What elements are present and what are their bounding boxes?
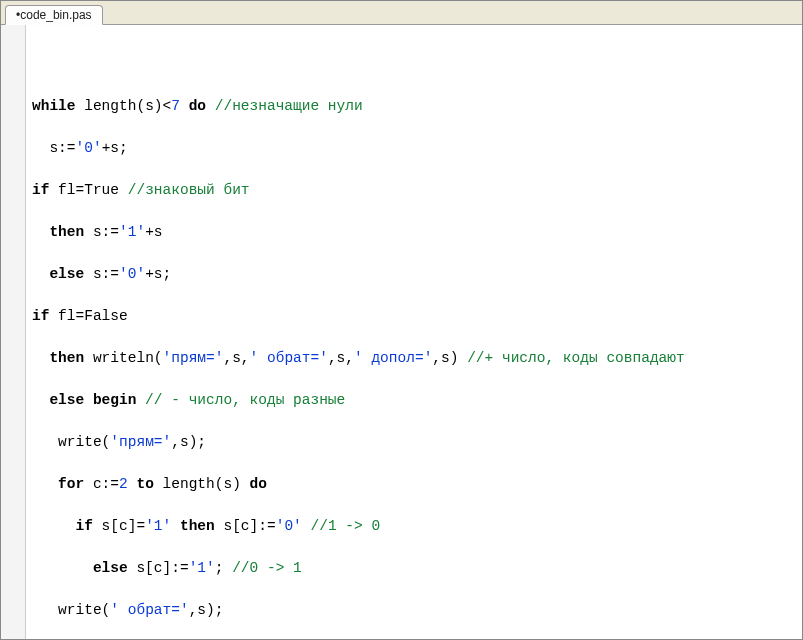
tab-code-bin[interactable]: •code_bin.pas	[5, 5, 103, 25]
code-line: s:='0'+s;	[32, 138, 802, 159]
code-line: else s[c]:='1'; //0 -> 1	[32, 558, 802, 579]
tab-bar: •code_bin.pas	[1, 1, 802, 25]
code-line: write(' обрат=',s);	[32, 600, 802, 621]
code-line: then writeln('прям=',s,' обрат=',s,' доп…	[32, 348, 802, 369]
tab-title: •code_bin.pas	[16, 8, 92, 22]
code-line: else begin // - число, коды разные	[32, 390, 802, 411]
code-line: if s[c]='1' then s[c]:='0' //1 -> 0	[32, 516, 802, 537]
code-line: write('прям=',s);	[32, 432, 802, 453]
code-line: if fl=False	[32, 306, 802, 327]
blank-line	[32, 54, 802, 75]
editor: while length(s)<7 do //незначащие нули s…	[1, 25, 802, 639]
code-line: if fl=True //знаковый бит	[32, 180, 802, 201]
code-line: for c:=2 to length(s) do	[32, 474, 802, 495]
gutter	[1, 25, 26, 639]
code-line: then s:='1'+s	[32, 222, 802, 243]
code-area[interactable]: while length(s)<7 do //незначащие нули s…	[26, 25, 802, 639]
code-line: while length(s)<7 do //незначащие нули	[32, 96, 802, 117]
code-line: else s:='0'+s;	[32, 264, 802, 285]
